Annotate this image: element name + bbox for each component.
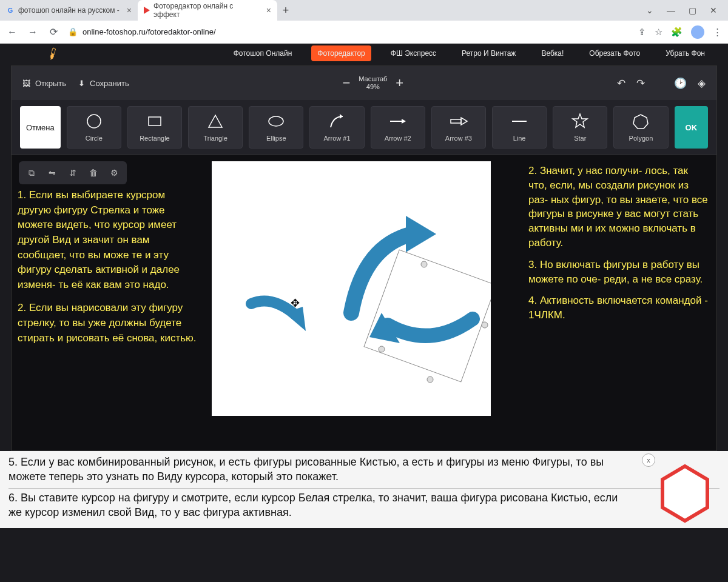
svg-marker-2 (209, 115, 222, 127)
svg-point-0 (87, 115, 101, 128)
svg-point-19 (427, 376, 433, 383)
close-badge[interactable]: x (642, 453, 655, 467)
flip-v-icon[interactable]: ⇵ (65, 165, 81, 181)
layer-mini-toolbar: ⧉ ⇋ ⇵ 🗑 ⚙ (19, 161, 127, 184)
brush-icon: 🖌 (45, 45, 61, 61)
bookmark-icon[interactable]: ☆ (655, 27, 662, 38)
shape-polygon-button[interactable]: Polygon (613, 106, 668, 149)
download-icon: ⬇ (78, 79, 85, 88)
shape-rectangle-button[interactable]: Rectangle (127, 106, 182, 149)
canvas-area: ⧉ ⇋ ⇵ 🗑 ⚙ 1. Если вы выбираете курсром д… (12, 155, 716, 450)
nav-item-retro[interactable]: Ретро И Винтаж (456, 45, 522, 61)
window-close-icon[interactable]: ✕ (710, 5, 717, 15)
url-input[interactable]: 🔒 online-fotoshop.ru/fotoredaktor-online… (68, 27, 630, 36)
shape-arrow1-button[interactable]: Arrow #1 (309, 106, 364, 149)
bottom-annotations: x 5. Если у вас комбинированный рисунок,… (0, 451, 728, 528)
site-favicon (144, 7, 150, 14)
arrow-icon (388, 113, 408, 130)
window-minimize-icon[interactable]: — (667, 5, 675, 15)
zoom-out-button[interactable]: − (342, 75, 350, 91)
annotation-left: 1. Если вы выбираете курсром другую фигу… (18, 188, 200, 354)
rectangle-icon (146, 113, 163, 130)
new-tab-button[interactable]: + (277, 4, 294, 17)
nav-item-express[interactable]: ФШ Экспресс (385, 45, 442, 61)
tab-title: фотошоп онлайн на русском - (18, 6, 120, 15)
annotation-right: 2. Значит, у нас получи- лось, так что, … (528, 164, 708, 330)
canvas[interactable]: ✥ (212, 161, 491, 416)
browser-tab-2[interactable]: Фоторедактор онлайн с эффект × (138, 0, 277, 21)
shape-ellipse-button[interactable]: Ellipse (249, 106, 303, 149)
layers-icon[interactable]: ◈ (698, 77, 706, 90)
cancel-button[interactable]: Отмена (20, 106, 61, 149)
nav-item-crop[interactable]: Обрезать Фото (583, 45, 646, 61)
nav-item-editor[interactable]: Фоторедактор (311, 45, 371, 61)
svg-marker-6 (402, 119, 406, 124)
shapes-toolbar: Отмена Circle Rectangle Triangle Ellipse… (12, 100, 716, 155)
svg-point-16 (379, 346, 385, 352)
block-arrow-icon (449, 113, 468, 130)
back-icon[interactable]: ← (6, 27, 18, 38)
undo-icon[interactable]: ↶ (617, 77, 625, 90)
svg-text:✥: ✥ (291, 297, 300, 309)
profile-avatar[interactable] (691, 25, 704, 39)
ellipse-icon (268, 113, 285, 130)
shape-star-button[interactable]: Star (553, 106, 607, 149)
polygon-icon (632, 113, 649, 130)
save-button[interactable]: ⬇ Сохранить (78, 79, 129, 88)
svg-point-17 (421, 261, 427, 267)
zoom-label: Масштаб (359, 75, 387, 83)
hexagon-icon (658, 463, 712, 524)
shape-arrow2-button[interactable]: Arrow #2 (371, 106, 425, 149)
share-icon[interactable]: ⇪ (638, 27, 646, 38)
shape-triangle-button[interactable]: Triangle (188, 106, 243, 149)
window-dropdown-icon[interactable]: ⌄ (646, 5, 653, 15)
delete-icon[interactable]: 🗑 (86, 165, 101, 181)
ok-button[interactable]: OK (675, 106, 709, 149)
divider (8, 488, 720, 489)
svg-marker-4 (340, 114, 343, 119)
forward-icon[interactable]: → (27, 27, 39, 38)
svg-point-18 (482, 322, 488, 328)
svg-marker-14 (406, 216, 436, 252)
menu-icon[interactable]: ⋮ (713, 27, 722, 38)
lock-icon: 🔒 (68, 27, 78, 36)
history-icon[interactable]: 🕑 (674, 77, 687, 90)
window-controls: ⌄ — ▢ ✕ (646, 5, 728, 15)
flip-h-icon[interactable]: ⇋ (44, 165, 60, 181)
shape-circle-button[interactable]: Circle (67, 106, 121, 149)
svg-marker-11 (633, 115, 648, 129)
copy-icon[interactable]: ⧉ (24, 165, 39, 181)
svg-point-3 (269, 116, 283, 126)
site-nav: 🖌 Фотошоп Онлайн Фоторедактор ФШ Экспрес… (0, 44, 728, 58)
zoom-in-button[interactable]: + (396, 75, 403, 91)
nav-item-removebg[interactable]: Убрать Фон (659, 45, 711, 61)
shape-arrow3-button[interactable]: Arrow #3 (431, 106, 486, 149)
nav-item-photoshop[interactable]: Фотошоп Онлайн (228, 45, 298, 61)
zoom-control: − Масштаб 49% + (342, 75, 403, 91)
close-icon[interactable]: × (266, 5, 271, 15)
zoom-value: 49% (359, 83, 387, 91)
svg-rect-1 (149, 117, 161, 125)
redo-icon[interactable]: ↷ (636, 77, 645, 90)
triangle-icon (207, 113, 224, 130)
svg-marker-10 (573, 114, 587, 127)
extensions-icon[interactable]: 🧩 (671, 27, 682, 38)
nav-item-webcam[interactable]: Вебка! (535, 45, 570, 61)
close-icon[interactable]: × (127, 5, 132, 15)
browser-tab-1[interactable]: G фотошоп онлайн на русском - × (0, 0, 138, 21)
editor-top-toolbar: 🖼 Открыть ⬇ Сохранить − Масштаб 49% + ↶ … (12, 66, 716, 100)
svg-marker-21 (662, 466, 707, 521)
svg-marker-8 (461, 118, 467, 125)
window-maximize-icon[interactable]: ▢ (689, 5, 696, 15)
star-icon (571, 113, 588, 130)
reload-icon[interactable]: ⟳ (47, 26, 59, 38)
page-content: 🖌 Фотошоп Онлайн Фоторедактор ФШ Экспрес… (0, 44, 728, 582)
shape-line-button[interactable]: Line (492, 106, 547, 149)
gear-icon[interactable]: ⚙ (106, 165, 122, 181)
browser-address-bar: ← → ⟳ 🔒 online-fotoshop.ru/fotoredaktor-… (0, 21, 728, 44)
url-text: online-fotoshop.ru/fotoredaktor-online/ (83, 27, 216, 36)
image-icon: 🖼 (22, 79, 30, 88)
google-favicon: G (6, 6, 15, 15)
open-button[interactable]: 🖼 Открыть (22, 79, 66, 88)
browser-titlebar: G фотошоп онлайн на русском - × Фотореда… (0, 0, 728, 21)
